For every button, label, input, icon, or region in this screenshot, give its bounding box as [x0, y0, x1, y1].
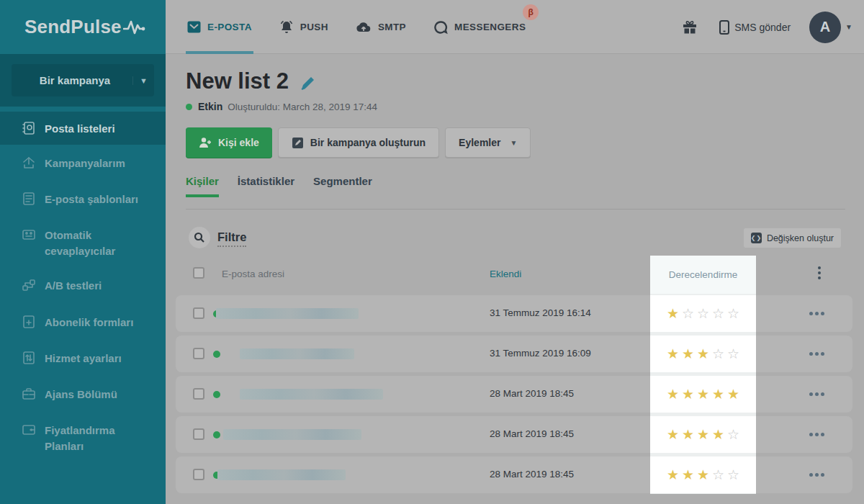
email-redacted — [217, 469, 346, 480]
tab-label: SMTP — [378, 22, 406, 32]
rating-stars[interactable]: ★★★☆☆ — [650, 456, 756, 493]
row-added-date: 31 Temmuz 2019 16:09 — [490, 348, 591, 359]
row-menu-button[interactable] — [808, 351, 826, 357]
rating-stars[interactable]: ★★★★★ — [650, 376, 756, 413]
star-empty-icon[interactable]: ☆ — [712, 467, 724, 483]
sidebar-item-otomatik-cevaplayicilar[interactable]: Otomatik cevaplayıcılar — [0, 228, 166, 259]
star-filled-icon[interactable]: ★ — [667, 426, 679, 443]
actions-label: Eylemler — [459, 137, 500, 148]
star-empty-icon[interactable]: ☆ — [697, 305, 709, 322]
star-empty-icon[interactable]: ☆ — [727, 346, 739, 362]
star-filled-icon[interactable]: ★ — [667, 305, 679, 322]
sidebar-item-eposta-sablonlari[interactable]: E-posta şablonları — [0, 192, 166, 207]
star-empty-icon[interactable]: ☆ — [727, 305, 739, 322]
star-filled-icon[interactable]: ★ — [682, 346, 694, 362]
star-empty-icon[interactable]: ☆ — [682, 305, 694, 322]
create-variable-button[interactable]: ❮❯ Değişken oluştur — [744, 228, 841, 248]
tabs-divider — [186, 209, 845, 210]
avatar: A — [809, 12, 841, 43]
app-window: SendPulse Bir kampanya oluşturun ▼ Posta… — [0, 0, 864, 504]
sidebar-item-label: Hizmet ayarları — [45, 351, 154, 366]
edit-title-icon[interactable] — [300, 76, 315, 91]
column-header-added[interactable]: Eklendi — [490, 269, 521, 279]
filter-toggle[interactable]: Filtre — [217, 230, 246, 247]
tab-eposta[interactable]: E-POSTA — [186, 0, 253, 54]
row-checkbox[interactable] — [193, 469, 204, 480]
sidebar-item-abonelik-formlari[interactable]: Abonelik formları — [0, 315, 166, 330]
sidebar-item-ab-testleri[interactable]: A/B testleri — [0, 278, 166, 294]
chevron-down-icon: ▼ — [132, 76, 154, 85]
rating-stars[interactable]: ★★★★☆ — [650, 416, 756, 453]
create-campaign-sidebar-button[interactable]: Bir kampanya oluşturun ▼ — [12, 64, 154, 96]
star-filled-icon[interactable]: ★ — [697, 426, 709, 443]
tab-istatistikler[interactable]: İstatistikler — [238, 175, 294, 197]
rating-column-spotlight: Derecelendirme ★☆☆☆☆★★★☆☆★★★★★★★★★☆★★★☆☆ — [650, 256, 756, 494]
star-filled-icon[interactable]: ★ — [712, 386, 724, 402]
sidebar-item-ajans-bolumu[interactable]: Ajans Bölümü — [0, 387, 166, 402]
star-filled-icon[interactable]: ★ — [667, 386, 679, 402]
gift-icon[interactable] — [682, 19, 698, 35]
create-campaign-button[interactable]: Bir kampanya oluşturun — [278, 127, 439, 158]
topbar: E-POSTA PUSH SMTP MESSENGERS β SMS gönde… — [166, 0, 864, 54]
star-filled-icon[interactable]: ★ — [697, 346, 709, 362]
tab-smtp[interactable]: SMTP — [354, 0, 408, 54]
bell-icon — [279, 20, 294, 35]
tab-push[interactable]: PUSH — [278, 0, 330, 54]
compose-icon — [292, 137, 304, 149]
tab-segmentler[interactable]: Segmentler — [313, 175, 372, 197]
rating-stars[interactable]: ★★★☆☆ — [650, 336, 756, 372]
star-filled-icon[interactable]: ★ — [697, 386, 709, 402]
actions-button[interactable]: Eylemler ▼ — [445, 127, 531, 158]
tab-kisiler[interactable]: Kişiler — [186, 175, 219, 197]
list-tabs: Kişiler İstatistikler Segmentler — [186, 175, 372, 197]
rating-stars[interactable]: ★☆☆☆☆ — [650, 295, 756, 332]
row-checkbox[interactable] — [193, 348, 204, 359]
star-empty-icon[interactable]: ☆ — [712, 346, 724, 362]
row-checkbox[interactable] — [193, 388, 204, 400]
star-filled-icon[interactable]: ★ — [682, 426, 694, 443]
table-settings-button[interactable] — [815, 264, 824, 282]
column-header-rating: Derecelendirme — [650, 256, 756, 294]
add-contact-button[interactable]: Kişi ekle — [186, 127, 272, 158]
brand-name: SendPulse — [24, 16, 122, 38]
sidebar-item-fiyatlandirma-planlari[interactable]: Fiyatlandırma Planları — [0, 423, 166, 454]
star-empty-icon[interactable]: ☆ — [727, 467, 739, 483]
create-campaign-sidebar-label: Bir kampanya oluşturun — [12, 71, 132, 90]
search-button[interactable] — [189, 227, 210, 248]
row-checkbox[interactable] — [193, 307, 204, 319]
row-checkbox[interactable] — [193, 428, 204, 440]
sidebar-item-posta-listeleri[interactable]: Posta listeleri — [0, 112, 166, 145]
row-menu-button[interactable] — [808, 472, 826, 478]
search-icon — [194, 232, 205, 243]
row-added-date: 28 Mart 2019 18:45 — [490, 428, 574, 439]
row-menu-button[interactable] — [808, 391, 826, 397]
tab-label: PUSH — [300, 22, 328, 32]
row-menu-button[interactable] — [808, 431, 826, 438]
sidebar: SendPulse Bir kampanya oluşturun ▼ Posta… — [0, 0, 166, 504]
sidebar-item-hizmet-ayarlari[interactable]: Hizmet ayarları — [0, 351, 166, 366]
sidebar-item-kampanyalarim[interactable]: Kampanyalarım — [0, 156, 166, 171]
star-filled-icon[interactable]: ★ — [682, 467, 694, 483]
row-menu-button[interactable] — [808, 310, 826, 317]
sidebar-item-label: Posta listeleri — [45, 121, 154, 137]
sidebar-item-label: Otomatik cevaplayıcılar — [45, 228, 154, 259]
account-menu[interactable]: A ▼ — [809, 12, 852, 43]
tab-messengers[interactable]: MESSENGERS β — [432, 0, 527, 54]
star-filled-icon[interactable]: ★ — [727, 386, 739, 402]
status-dot — [186, 104, 192, 110]
star-empty-icon[interactable]: ☆ — [712, 305, 724, 322]
select-all-checkbox[interactable] — [193, 267, 204, 279]
star-empty-icon[interactable]: ☆ — [727, 426, 739, 443]
add-contact-label: Kişi ekle — [218, 137, 259, 148]
star-filled-icon[interactable]: ★ — [667, 467, 679, 483]
sidebar-item-label: Kampanyalarım — [45, 156, 154, 171]
star-filled-icon[interactable]: ★ — [697, 467, 709, 483]
star-filled-icon[interactable]: ★ — [712, 426, 724, 443]
star-filled-icon[interactable]: ★ — [682, 386, 694, 402]
column-header-email: E-posta adresi — [222, 269, 284, 279]
logo[interactable]: SendPulse — [0, 0, 166, 54]
pulse-icon — [123, 19, 148, 36]
sms-send-button[interactable]: SMS gönder — [719, 20, 791, 35]
email-redacted — [240, 389, 383, 400]
star-filled-icon[interactable]: ★ — [667, 346, 679, 362]
